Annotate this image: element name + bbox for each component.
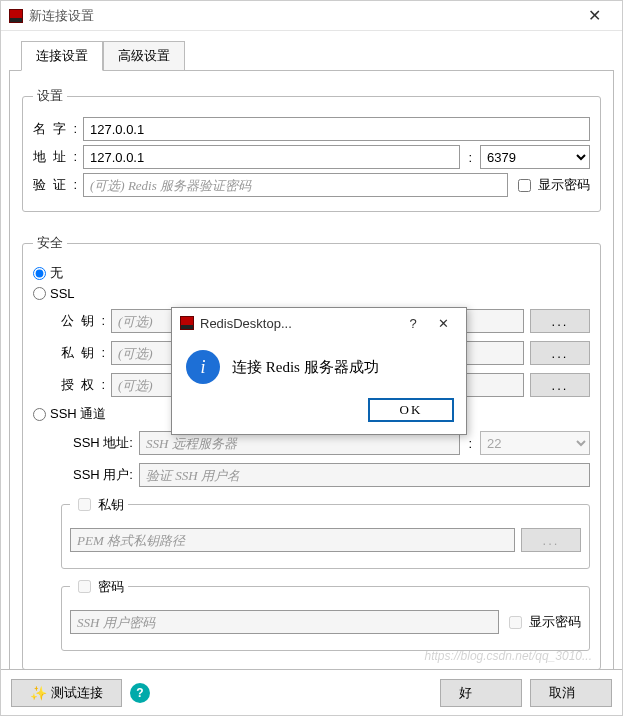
ssl-pubkey-browse-button[interactable]: ...: [530, 309, 590, 333]
ssh-colon: :: [466, 436, 474, 451]
ssh-show-password-label: 显示密码: [529, 613, 581, 631]
tab-bar: 连接设置 高级设置: [21, 41, 614, 71]
ssh-options: SSH 地址: : 22 SSH 用户: 私钥: [33, 431, 590, 651]
test-connection-label: 测试连接: [51, 684, 103, 702]
ssh-user-label: SSH 用户:: [61, 466, 133, 484]
address-label: 地址:: [33, 148, 77, 166]
settings-group: 设置 名字: 地址: : 6379 验证:: [22, 87, 601, 212]
ssl-privkey-browse-button[interactable]: ...: [530, 341, 590, 365]
security-ssl-label: SSL: [50, 286, 75, 301]
security-none-radio[interactable]: [33, 267, 46, 280]
security-ssl-row[interactable]: SSL: [33, 286, 590, 301]
cancel-button[interactable]: 取消: [530, 679, 612, 707]
ssh-show-password-checkbox[interactable]: [509, 616, 522, 629]
ok-button[interactable]: 好: [440, 679, 522, 707]
window-title: 新连接设置: [29, 7, 574, 25]
modal-title-text: RedisDesktop...: [200, 316, 398, 331]
ssl-auth-browse-button[interactable]: ...: [530, 373, 590, 397]
tab-connection[interactable]: 连接设置: [21, 41, 103, 71]
show-password-check[interactable]: 显示密码: [514, 176, 590, 195]
ssh-show-password-check[interactable]: 显示密码: [505, 613, 581, 632]
tab-advanced[interactable]: 高级设置: [103, 41, 185, 71]
security-ssh-radio[interactable]: [33, 408, 46, 421]
info-icon: i: [186, 350, 220, 384]
auth-input[interactable]: [83, 173, 508, 197]
modal-help-button[interactable]: ?: [398, 316, 428, 331]
new-connection-dialog: 新连接设置 ✕ 连接设置 高级设置 设置 名字: 地址: : 6379: [0, 0, 623, 716]
ssh-privkey-legend: 私钥: [98, 496, 124, 514]
ssl-privkey-label: 私钥:: [61, 344, 105, 362]
security-none-row[interactable]: 无: [33, 264, 590, 282]
ssh-password-input[interactable]: [70, 610, 499, 634]
security-ssl-radio[interactable]: [33, 287, 46, 300]
modal-body: i 连接 Redis 服务器成功: [172, 338, 466, 392]
security-ssh-label: SSH 通道: [50, 405, 106, 423]
test-connection-button[interactable]: ✨ 测试连接: [11, 679, 122, 707]
close-button[interactable]: ✕: [574, 2, 614, 30]
modal-ok-button[interactable]: OK: [368, 398, 454, 422]
security-legend: 安全: [33, 234, 67, 252]
ssh-host-label: SSH 地址:: [61, 434, 133, 452]
ssl-pubkey-label: 公钥:: [61, 312, 105, 330]
name-label: 名字:: [33, 120, 77, 138]
modal-close-button[interactable]: ✕: [428, 316, 458, 331]
message-dialog: RedisDesktop... ? ✕ i 连接 Redis 服务器成功 OK: [171, 307, 467, 435]
ssh-password-group: 密码 显示密码: [61, 577, 590, 651]
show-password-checkbox[interactable]: [518, 179, 531, 192]
ssh-privkey-group: 私钥 ...: [61, 495, 590, 569]
button-bar: ✨ 测试连接 ? 好 取消: [1, 669, 622, 715]
ssh-password-checkbox[interactable]: [78, 580, 91, 593]
titlebar: 新连接设置 ✕: [1, 1, 622, 31]
ssh-port-select[interactable]: 22: [480, 431, 590, 455]
name-input[interactable]: [83, 117, 590, 141]
help-button[interactable]: ?: [130, 683, 150, 703]
modal-app-icon: [180, 316, 194, 330]
wand-icon: ✨: [30, 685, 47, 701]
show-password-label: 显示密码: [538, 176, 590, 194]
security-none-label: 无: [50, 264, 63, 282]
modal-message: 连接 Redis 服务器成功: [232, 358, 379, 377]
address-colon: :: [466, 150, 474, 165]
settings-legend: 设置: [33, 87, 67, 105]
modal-titlebar: RedisDesktop... ? ✕: [172, 308, 466, 338]
modal-actions: OK: [172, 392, 466, 434]
app-icon: [9, 9, 23, 23]
auth-label: 验证:: [33, 176, 77, 194]
ssh-privkey-browse-button[interactable]: ...: [521, 528, 581, 552]
ssh-privkey-input[interactable]: [70, 528, 515, 552]
ssh-password-legend: 密码: [98, 578, 124, 596]
ssh-user-input[interactable]: [139, 463, 590, 487]
address-input[interactable]: [83, 145, 460, 169]
ssh-privkey-checkbox[interactable]: [78, 498, 91, 511]
ssl-auth-label: 授权:: [61, 376, 105, 394]
port-select[interactable]: 6379: [480, 145, 590, 169]
security-group: 安全 无 SSL 公钥: ... 私钥:: [22, 234, 601, 670]
